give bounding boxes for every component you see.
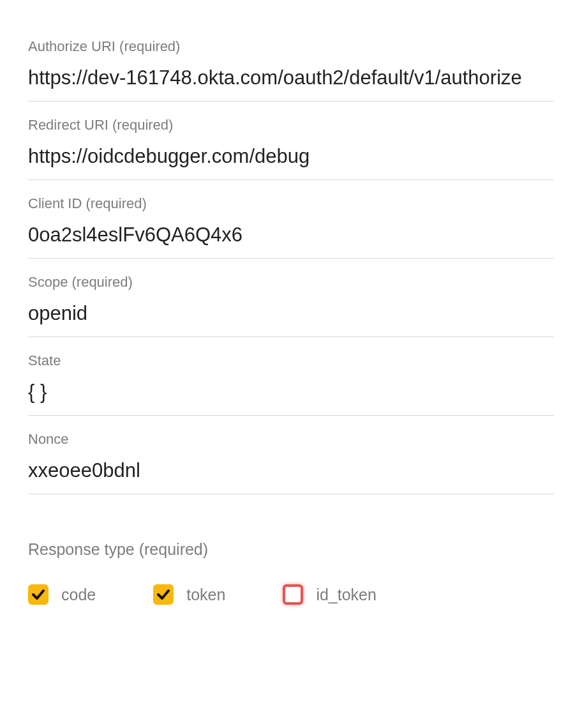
authorize-uri-input[interactable]: [28, 66, 554, 89]
state-label: State: [28, 353, 554, 369]
authorize-uri-label: Authorize URI (required): [28, 38, 554, 55]
form-container: Authorize URI (required) Redirect URI (r…: [0, 0, 582, 630]
field-scope: Scope (required): [28, 259, 554, 337]
redirect-uri-label: Redirect URI (required): [28, 117, 554, 133]
checkbox-code-label: code: [61, 586, 96, 604]
checkbox-id-token-label: id_token: [316, 586, 377, 604]
field-nonce: Nonce: [28, 416, 554, 494]
nonce-input[interactable]: [28, 459, 554, 482]
nonce-label: Nonce: [28, 431, 554, 448]
check-icon: [156, 587, 171, 602]
scope-input[interactable]: [28, 302, 554, 325]
check-icon: [31, 587, 46, 602]
checkbox-token[interactable]: token: [153, 584, 225, 605]
response-type-options: code token id_token: [28, 584, 554, 605]
client-id-input[interactable]: [28, 224, 554, 246]
checkbox-token-label: token: [186, 586, 225, 604]
field-state: State: [28, 337, 554, 416]
scope-label: Scope (required): [28, 274, 554, 291]
checkbox-id-token[interactable]: id_token: [283, 584, 377, 605]
checkbox-token-box: [153, 584, 174, 605]
field-redirect-uri: Redirect URI (required): [28, 102, 554, 180]
redirect-uri-input[interactable]: [28, 145, 554, 168]
field-client-id: Client ID (required): [28, 180, 554, 259]
state-input[interactable]: [28, 381, 554, 404]
checkbox-code-box: [28, 584, 48, 605]
field-authorize-uri: Authorize URI (required): [28, 38, 554, 102]
checkbox-id-token-box: [283, 584, 303, 605]
client-id-label: Client ID (required): [28, 195, 554, 212]
checkbox-code[interactable]: code: [28, 584, 96, 605]
response-type-label: Response type (required): [28, 540, 554, 559]
